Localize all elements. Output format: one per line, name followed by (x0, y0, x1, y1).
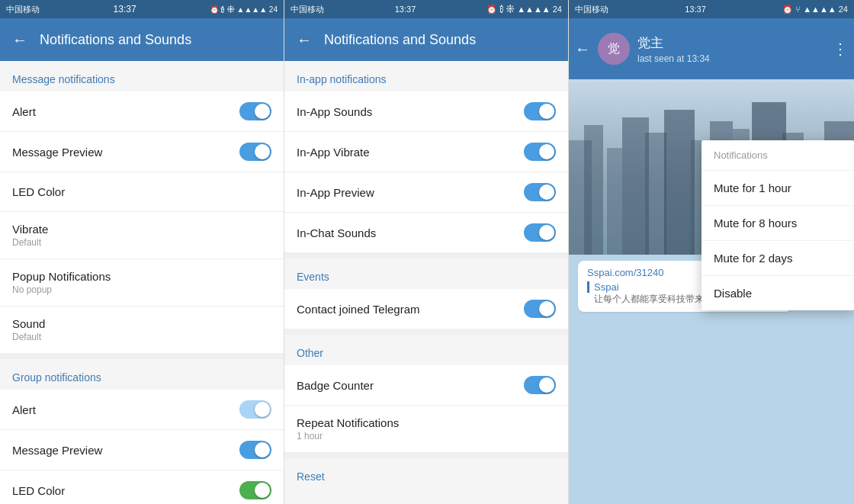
setting-group-led[interactable]: LED Color (0, 470, 284, 504)
setting-message-preview[interactable]: Message Preview (0, 132, 284, 172)
panel-2: 中国移动 13:37 ⏰ ₿ ❊ ▲▲▲▲ 24 ← Notifications… (284, 0, 569, 504)
content-1: Message notifications Alert Message Prev… (0, 61, 284, 504)
divider-3 (284, 329, 568, 335)
chat-back-button[interactable]: ← (575, 40, 590, 58)
setting-label-alert: Alert (12, 105, 36, 118)
toggle-group-preview[interactable] (239, 441, 271, 459)
back-button-1[interactable]: ← (12, 31, 27, 49)
chat-background: 13:27 ✓✓ Sspai.com/31240 Sspai 让每个人都能享受科… (569, 79, 854, 504)
toggle-inchat-sounds[interactable] (524, 223, 556, 242)
avatar: 觉 (598, 33, 630, 65)
divider-2 (284, 252, 568, 258)
setting-inapp-preview[interactable]: In-App Preview (284, 172, 568, 213)
dropdown-menu: Notifications Mute for 1 hour Mute for 8… (702, 140, 854, 310)
section-header-message: Message notifications (0, 61, 284, 91)
toggle-group-led[interactable] (239, 481, 271, 499)
setting-inchat-sounds[interactable]: In-Chat Sounds (284, 213, 568, 252)
dropdown-item-disable[interactable]: Disable (702, 276, 854, 310)
toggle-badge-counter[interactable] (524, 376, 556, 394)
dropdown-header: Notifications (702, 140, 854, 171)
status-icons-1: ⏰ ₿ ❊ ▲▲▲▲ 24 (210, 5, 278, 14)
carrier-1: 中国移动 (6, 4, 40, 15)
setting-alert[interactable]: Alert (0, 91, 284, 132)
more-button[interactable]: ⋮ (833, 40, 848, 58)
divider-1 (0, 353, 284, 359)
dropdown-item-2days[interactable]: Mute for 2 days (702, 241, 854, 276)
section-header-other: Other (284, 335, 568, 365)
setting-led-color[interactable]: LED Color (0, 172, 284, 212)
settings-group-events: Contact joined Telegram (284, 289, 568, 329)
toggle-message-preview[interactable] (239, 143, 271, 161)
setting-badge-counter[interactable]: Badge Counter (284, 365, 568, 406)
section-header-events: Events (284, 258, 568, 289)
bubble-link[interactable]: Sspai.com/31240 (587, 267, 663, 278)
toggle-alert[interactable] (239, 102, 271, 120)
setting-popup[interactable]: Popup Notifications No popup (0, 259, 284, 307)
status-bar-1: 中国移动 13:37 ⏰ ₿ ❊ ▲▲▲▲ 24 (0, 0, 284, 18)
setting-group-alert[interactable]: Alert (0, 390, 284, 430)
status-bar-3: 中国移动 13:37 ⏰ ⑂ ▲▲▲▲ 24 (569, 0, 854, 18)
dropdown-item-1hour[interactable]: Mute for 1 hour (702, 171, 854, 206)
svg-rect-2 (607, 148, 622, 255)
section-header-reset: Reset (284, 458, 568, 489)
panel-1: 中国移动 13:37 ⏰ ₿ ❊ ▲▲▲▲ 24 ← Notifications… (0, 0, 284, 504)
header-2: ← Notifications and Sounds (284, 18, 568, 61)
panel-3: 中国移动 13:37 ⏰ ⑂ ▲▲▲▲ 24 ← 觉 觉主 last seen … (569, 0, 854, 504)
svg-rect-4 (645, 133, 666, 255)
settings-group-message: Alert Message Preview LED Color Vibrate … (0, 91, 284, 353)
setting-contact-joined[interactable]: Contact joined Telegram (284, 289, 568, 329)
setting-inapp-sounds[interactable]: In-App Sounds (284, 91, 568, 132)
setting-sound[interactable]: Sound Default (0, 307, 284, 353)
toggle-inapp-vibrate[interactable] (524, 143, 556, 161)
page-title-2: Notifications and Sounds (324, 32, 476, 48)
divider-4 (284, 452, 568, 458)
time-3: 13:37 (685, 5, 706, 14)
status-icons-2: ⏰ ₿ ❊ ▲▲▲▲ 24 (486, 5, 562, 14)
setting-vibrate[interactable]: Vibrate Default (0, 212, 284, 259)
setting-inapp-vibrate[interactable]: In-App Vibrate (284, 132, 568, 172)
status-bar-2: 中国移动 13:37 ⏰ ₿ ❊ ▲▲▲▲ 24 (284, 0, 568, 18)
time-1: 13:37 (114, 4, 136, 14)
toggle-group-alert[interactable] (239, 400, 271, 419)
toggle-inapp-sounds[interactable] (524, 102, 556, 120)
content-2: In-app notifications In-App Sounds In-Ap… (284, 61, 568, 504)
settings-group-other: Badge Counter Repeat Notifications 1 hou… (284, 365, 568, 452)
svg-rect-1 (584, 125, 603, 255)
carrier-2: 中国移动 (291, 4, 324, 15)
setting-repeat-notifications[interactable]: Repeat Notifications 1 hour (284, 406, 568, 452)
chat-info: 觉主 last seen at 13:34 (637, 34, 825, 64)
settings-group-group: Alert Message Preview LED Color (0, 390, 284, 504)
carrier-3: 中国移动 (575, 4, 608, 15)
back-button-2[interactable]: ← (297, 31, 312, 49)
chat-name: 觉主 (637, 34, 825, 52)
chat-header: ← 觉 觉主 last seen at 13:34 ⋮ (569, 18, 854, 79)
header-1: ← Notifications and Sounds (0, 18, 284, 61)
dropdown-item-8hours[interactable]: Mute for 8 hours (702, 206, 854, 241)
svg-rect-3 (622, 117, 649, 255)
status-icons-3: ⏰ ⑂ ▲▲▲▲ 24 (782, 5, 848, 14)
toggle-inapp-preview[interactable] (524, 183, 556, 201)
svg-rect-5 (664, 110, 695, 255)
toggle-contact-joined[interactable] (524, 300, 556, 318)
time-2: 13:37 (395, 5, 416, 14)
section-header-group: Group notifications (0, 359, 284, 390)
section-header-inapp: In-app notifications (284, 61, 568, 91)
settings-group-inapp: In-App Sounds In-App Vibrate In-App Prev… (284, 91, 568, 252)
page-title-1: Notifications and Sounds (40, 32, 191, 48)
setting-group-preview[interactable]: Message Preview (0, 430, 284, 470)
chat-status: last seen at 13:34 (637, 53, 825, 64)
